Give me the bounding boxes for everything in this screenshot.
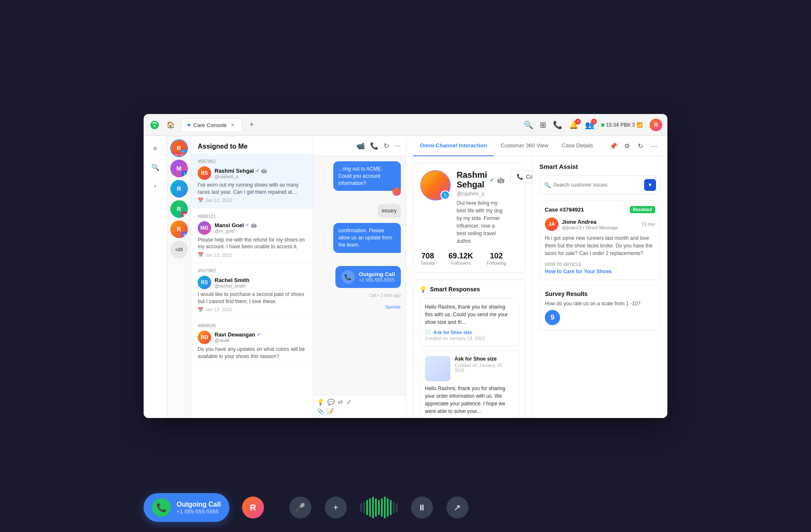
smart-bulb-icon: 💡 [419,286,427,293]
smart-response-2-image [425,356,450,381]
assist-filter-btn[interactable]: ▼ [644,179,656,191]
profile-bio: Out here living my best life with my dog… [457,199,504,245]
expand-icon[interactable]: ⤢ [346,399,351,405]
case-time: 13 min [641,222,655,227]
bell-badge: 3 [575,119,581,125]
note-icon[interactable]: 📝 [327,408,334,415]
expand-icon-btn[interactable]: › [148,178,163,193]
chat-messages: ...ring out to ACME. Could you account i… [313,156,406,395]
user-avatar[interactable]: R [650,119,662,131]
time-display: 15:34 [606,122,619,128]
profile-handle: @rashmi_s [457,190,504,197]
new-tab-button[interactable]: + [246,119,258,131]
more-avatars-badge[interactable]: +20 [170,241,188,258]
tab-case-details[interactable]: Case Details [555,136,600,156]
profile-bot-icon: 🤖 [497,176,504,183]
case-text: Hi i got some new runners last month and… [545,234,655,257]
smart-response-1[interactable]: Hello Rashmi, thank you for sharing this… [419,298,519,346]
smart-response-2-text: Hello Rashmi, thank you for sharing your… [425,385,514,415]
swap-icon[interactable]: ⇄ [338,399,343,405]
settings-tab-btn[interactable]: ⚙ [620,139,634,153]
smart-response-2[interactable]: Ask for Shoe size Created on January 18,… [419,350,519,418]
verified-icon-2: ✓ [245,223,249,228]
sidebar-avatar-3[interactable]: R [170,180,188,198]
assist-search-bar[interactable]: 🔍 ▼ [539,175,661,195]
conv-preview-3: I would like to purchase a second paid o… [198,291,306,305]
pbk-display: PBK 3 [620,122,635,128]
assist-search-input[interactable] [553,182,642,188]
profile-stats: 708 Tweets 69.12K Followers 102 Followin… [420,252,518,266]
phone-nav-icon[interactable]: 📞 [553,120,562,130]
conv-id-3: #557962 [198,268,306,273]
transfer-btn[interactable]: ↗ [446,497,468,518]
call-icon[interactable]: 📞 [370,142,378,150]
bell-nav-icon[interactable]: 🔔 3 [569,120,578,130]
case-user-name: Jione Andrea [562,219,618,225]
people-nav-icon[interactable]: 👥 2 [585,120,594,130]
sidebar-avatar-2[interactable]: M f [170,160,188,177]
tab-omni-channel[interactable]: Omni-Channel Interaction [413,136,494,156]
home-button[interactable]: 🏠 [164,118,177,132]
search-nav-icon[interactable]: 🔍 [524,120,533,130]
pin-tab-btn[interactable]: 📌 [607,139,620,153]
how-to-link[interactable]: How to Care for Your Shoes [545,269,655,274]
conv-item-2[interactable]: #688121 MG Mansi Goel ✓ 🤖 @m_goel Ple [191,209,313,263]
how-to-label: How to Article [545,262,655,267]
call-bubble-label: Outgoing Call [359,271,395,277]
lightbulb-icon[interactable]: 💡 [317,399,324,405]
sidebar-avatar-5[interactable]: R ● [170,220,188,238]
hold-btn[interactable]: ⏸ [411,497,433,518]
conv-item-4[interactable]: #884536 RD Ravi Dewangan ✓ @ravid Do you… [191,318,313,366]
call-bar-title: Outgoing Call [177,501,221,508]
more-icon[interactable]: ⋯ [394,142,401,150]
survey-title: Survey Results [545,290,655,297]
call-bubble: 📞 Outgoing Call +1 555-555-5555 [335,266,401,288]
conv-date-1: 📅Jan 12, 2022 [198,198,306,203]
tab-customer-360[interactable]: Customer 360 View [494,136,555,156]
conversation-list: Assigned to Me #557962 RS Rashmi Sehgal … [191,136,313,418]
care-console-tab[interactable]: ♥ Care Console ✕ [181,119,242,131]
chat-bubble-1: ...ring out to ACME. Could you account i… [333,161,401,191]
conv-list-scroll[interactable]: #557962 RS Rashmi Sehgal ✓ 🤖 @rashmi_s [191,154,313,418]
customer-panel-body: 𝕏 Rashmi Sehgal ✓ 🤖 @rashmi_s Out here l… [406,156,667,418]
how-to-section: How to Article How to Care for Your Shoe… [545,262,655,274]
waveform [360,497,397,518]
twitter-platform-badge: 𝕏 [441,190,450,200]
browser-nav-icons: 🔍 ⊞ 📞 🔔 3 👥 2 15:34 PBK 3 📶 R [524,119,662,131]
conv-preview-2: Please help me with the refund for my sh… [198,236,306,251]
profile-avatar-wrap: 𝕏 [420,170,451,201]
grid-nav-icon[interactable]: ⊞ [540,120,546,130]
menu-icon-btn[interactable]: ≡ [148,141,163,156]
conv-handle-4: @ravid [215,338,261,343]
fb-badge: f [181,171,188,177]
case-id: Case #3784921 [545,206,584,213]
mute-btn[interactable]: 🎤 [289,497,311,518]
conv-date-3: 📅Jan 12, 2022 [198,307,306,312]
refresh-tab-btn[interactable]: ↻ [634,139,647,153]
add-call-btn[interactable]: + [325,497,347,518]
followers-stat: 69.12K Followers [449,252,473,266]
video-icon[interactable]: 📹 [357,142,365,150]
chat-icon[interactable]: 💬 [327,399,335,405]
sidebar-avatar-4[interactable]: R ◉ [170,200,188,218]
svg-point-0 [154,125,155,127]
sidebar-avatar-1[interactable]: R 𝕏 10m 32s [170,139,188,157]
smart-responses-title: 💡 Smart Responses [419,286,519,293]
tab-close-button[interactable]: ✕ [229,122,236,128]
conv-item-3[interactable]: #557962 RS Rachel Smith @rachel_smith I … [191,263,313,318]
survey-question: How do you rate us on a scale from 1 -10… [545,301,655,307]
bubble3-time: 2 mins ago [380,256,401,261]
search-icon-btn[interactable]: 🔍 [148,160,163,175]
conv-name-3: Rachel Smith [215,277,249,283]
call-bar-pill[interactable]: 📞 Outgoing Call +1 555-555-5555 [144,493,229,522]
call-action-btn[interactable]: 📞 Call [510,170,532,183]
conv-list-header: Assigned to Me [191,136,313,154]
conv-id-1: #557962 [198,159,306,164]
conv-avatar-1: RS [198,166,211,180]
verified-icon-1: ✓ [256,168,259,174]
more-tab-btn[interactable]: ⋯ [647,139,661,153]
conv-item-1[interactable]: #557962 RS Rashmi Sehgal ✓ 🤖 @rashmi_s [191,154,313,209]
attachment-icon[interactable]: 📎 [317,408,324,415]
call-bar-number: +1 555-555-5555 [177,508,221,515]
refresh-icon[interactable]: ↻ [384,142,389,150]
